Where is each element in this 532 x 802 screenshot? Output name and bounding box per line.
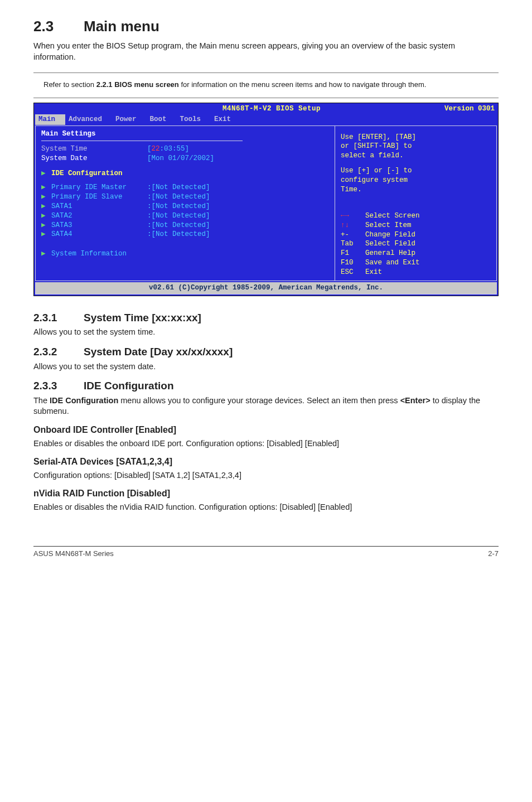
bios-topbar: M4N68T-M-V2 BIOS Setup Version 0301 <box>34 103 498 114</box>
legend-text: Exit <box>365 268 382 277</box>
inner-heading: nVidia RAID Function [Disabled] <box>33 487 499 500</box>
legend-text: Select Item <box>365 221 412 230</box>
subsection-title: 2.3.1System Time [xx:xx:xx] <box>33 311 499 325</box>
system-time-label[interactable]: System Time <box>41 144 147 154</box>
tab-power[interactable]: Power <box>112 114 147 125</box>
sata4-val: :[Not Detected] <box>147 230 210 239</box>
legend-key: +- <box>341 230 362 240</box>
body-text: The IDE Configuration menu allows you to… <box>33 395 499 417</box>
divider <box>33 98 499 98</box>
body-text: Allows you to set the system time. <box>33 327 499 338</box>
inner-heading: Onboard IDE Controller [Enabled] <box>33 424 499 436</box>
primary-ide-master-val: :[Not Detected] <box>147 183 210 192</box>
legend-text: Save and Exit <box>365 258 420 268</box>
tab-exit[interactable]: Exit <box>211 114 241 125</box>
primary-ide-slave-val: :[Not Detected] <box>147 192 210 202</box>
sata1[interactable]: SATA1 <box>51 202 147 211</box>
bios-footer: v02.61 (C)Copyright 1985-2009, American … <box>35 282 497 294</box>
body-text: Configuration options: [Disabled] [SATA … <box>33 470 499 481</box>
primary-ide-slave[interactable]: Primary IDE Slave <box>51 192 147 202</box>
legend-key: F1 <box>341 249 362 258</box>
page-footer: ASUS M4N68T-M Series 2-7 <box>33 547 499 559</box>
ide-configuration-link[interactable]: IDE Configuration <box>51 169 123 178</box>
bios-help-pane: Use [ENTER], [TAB] or [SHIFT-TAB] to sel… <box>335 126 496 281</box>
help-line: select a field. <box>341 151 491 161</box>
sata4[interactable]: SATA4 <box>51 230 147 239</box>
legend-text: Change Field <box>365 230 415 240</box>
system-time-value[interactable]: [22:03:55] <box>147 144 189 154</box>
help-line: configure system <box>341 176 491 185</box>
sata2[interactable]: SATA2 <box>51 211 147 221</box>
legend-key: Tab <box>341 239 362 249</box>
system-date-value[interactable]: [Mon 01/07/2002] <box>147 154 214 163</box>
legend-key: ←→ <box>341 211 362 221</box>
triangle-icon: ▶ <box>41 183 51 192</box>
sata1-val: :[Not Detected] <box>147 202 210 211</box>
note-block: Refer to section 2.2.1 BIOS menu screen … <box>33 78 499 90</box>
legend-text: General Help <box>365 249 415 258</box>
triangle-icon: ▶ <box>41 230 51 239</box>
help-line: Use [+] or [-] to <box>341 166 491 176</box>
triangle-icon: ▶ <box>41 221 51 230</box>
section-name: Main menu <box>84 18 159 35</box>
legend-key: F10 <box>341 258 362 268</box>
subsection-title: 2.3.3IDE Configuration <box>33 379 499 393</box>
system-information-link[interactable]: System Information <box>51 249 127 259</box>
intro-paragraph: When you enter the BIOS Setup program, t… <box>33 41 499 62</box>
triangle-icon: ▶ <box>41 202 51 211</box>
body-text: Enables or disables the nVidia RAID func… <box>33 502 499 513</box>
system-date-label[interactable]: System Date <box>41 154 147 163</box>
bios-divider <box>41 141 243 141</box>
triangle-icon: ▶ <box>41 169 51 178</box>
divider <box>33 73 499 73</box>
triangle-icon: ▶ <box>41 192 51 202</box>
legend-text: Select Field <box>365 239 415 249</box>
bios-title: M4N68T-M-V2 BIOS Setup <box>99 104 444 114</box>
bios-screen: M4N68T-M-V2 BIOS Setup Version 0301 Main… <box>33 103 499 296</box>
bios-heading: Main Settings <box>41 129 329 139</box>
sata2-val: :[Not Detected] <box>147 211 210 221</box>
help-line: Time. <box>341 185 491 195</box>
bios-version: Version 0301 <box>444 104 495 114</box>
note-text: Refer to section 2.2.1 BIOS menu screen … <box>43 78 426 90</box>
footer-page-number: 2-7 <box>488 549 499 559</box>
bios-menubar: Main Advanced Power Boot Tools Exit <box>34 114 498 125</box>
inner-heading: Serial-ATA Devices [SATA1,2,3,4] <box>33 456 499 468</box>
sata3-val: :[Not Detected] <box>147 221 210 230</box>
tab-boot[interactable]: Boot <box>147 114 177 125</box>
body-text: Enables or disables the onboard IDE port… <box>33 438 499 450</box>
help-line: or [SHIFT-TAB] to <box>341 142 491 151</box>
tab-tools[interactable]: Tools <box>177 114 211 125</box>
legend-text: Select Screen <box>365 211 420 221</box>
legend-key: ↑↓ <box>341 221 362 230</box>
subsection-title: 2.3.2System Date [Day xx/xx/xxxx] <box>33 345 499 359</box>
tab-advanced[interactable]: Advanced <box>65 114 112 125</box>
body-text: Allows you to set the system date. <box>33 361 499 373</box>
section-number: 2.3 <box>33 17 84 36</box>
triangle-icon: ▶ <box>41 249 51 259</box>
help-line: Use [ENTER], [TAB] <box>341 133 491 142</box>
primary-ide-master[interactable]: Primary IDE Master <box>51 183 147 192</box>
page-title: 2.3Main menu <box>33 17 499 36</box>
bios-body: Main Settings System Time [22:03:55] Sys… <box>35 125 497 281</box>
bios-left-pane: Main Settings System Time [22:03:55] Sys… <box>36 126 335 281</box>
sata3[interactable]: SATA3 <box>51 221 147 230</box>
triangle-icon: ▶ <box>41 211 51 221</box>
legend: ←→Select Screen ↑↓Select Item +-Change F… <box>341 211 491 277</box>
tab-main[interactable]: Main <box>35 114 65 125</box>
footer-left: ASUS M4N68T-M Series <box>33 549 114 559</box>
legend-key: ESC <box>341 268 362 277</box>
